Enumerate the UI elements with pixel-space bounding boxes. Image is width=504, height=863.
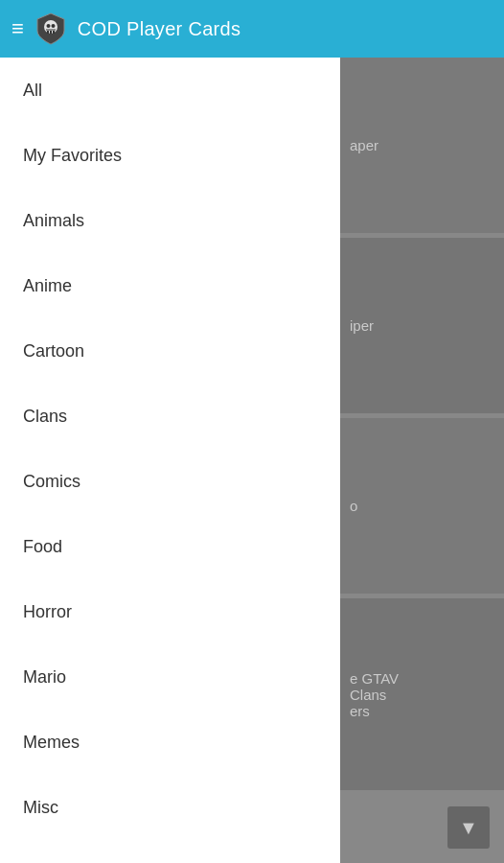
drawer-item-mario[interactable]: Mario [0,644,340,710]
drawer-item-anime[interactable]: Anime [0,253,340,318]
drawer-item-label-all: All [23,81,42,101]
app-header: ≡ COD Player Cards [0,0,504,58]
drawer-item-misc[interactable]: Misc [0,775,340,840]
drawer-item-label-cartoon: Cartoon [23,341,84,362]
drawer-item-cartoon[interactable]: Cartoon [0,318,340,384]
menu-icon[interactable]: ≡ [11,16,24,41]
card-row: iper [340,238,504,413]
card-row: o [340,418,504,594]
svg-point-2 [51,24,55,28]
drawer-item-animals[interactable]: Animals [0,188,340,253]
drawer-item-label-mario: Mario [23,667,66,688]
card-row: aper [340,58,504,233]
drawer-item-food[interactable]: Food [0,514,340,579]
navigation-drawer: AllMy FavoritesAnimalsAnimeCartoonClansC… [0,58,340,863]
scroll-down-button[interactable]: ▼ [447,806,490,849]
drawer-item-my-favorites[interactable]: My Favorites [0,123,340,188]
drawer-item-horror[interactable]: Horror [0,579,340,644]
app-title: COD Player Cards [78,18,241,40]
scroll-down-icon: ▼ [459,817,478,839]
drawer-item-comics[interactable]: Comics [0,449,340,514]
drawer-item-clans[interactable]: Clans [0,384,340,449]
drawer-item-label-food: Food [23,537,62,557]
card-area: aper iper o e GTAV Clans ers [340,58,504,863]
drawer-item-label-my-favorites: My Favorites [23,146,122,166]
card-text-1: aper [350,137,378,153]
drawer-item-all[interactable]: All [0,58,340,123]
svg-point-1 [46,24,50,28]
drawer-item-label-comics: Comics [23,472,80,492]
drawer-item-label-horror: Horror [23,602,72,622]
drawer-item-label-misc: Misc [23,798,58,818]
drawer-item-label-clans: Clans [23,407,67,427]
drawer-item-label-animals: Animals [23,211,84,231]
drawer-item-label-anime: Anime [23,276,72,296]
drawer-item-memes[interactable]: Memes [0,710,340,775]
card-text-2: iper [350,317,374,334]
svg-rect-5 [53,31,55,34]
app-logo [34,12,68,46]
drawer-item-label-memes: Memes [23,733,80,753]
card-text-4: e GTAV Clans ers [350,670,399,719]
card-row: e GTAV Clans ers [340,598,504,790]
card-text-3: o [350,498,357,514]
svg-rect-3 [47,31,49,34]
svg-rect-4 [50,31,52,34]
